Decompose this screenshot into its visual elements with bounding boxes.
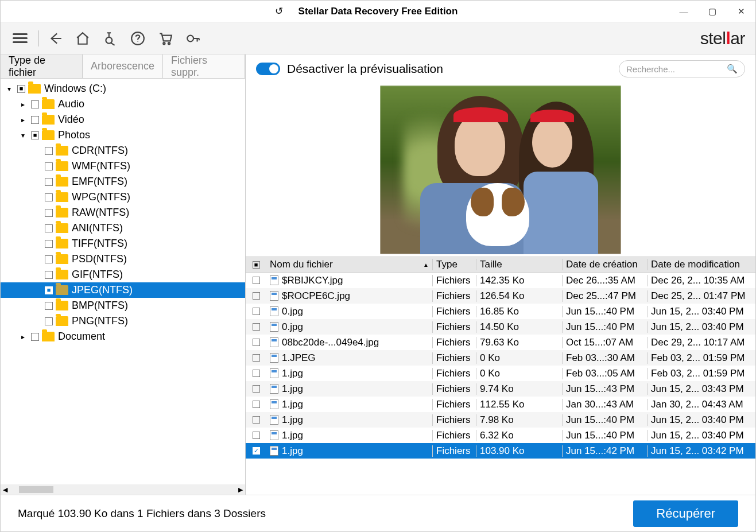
tree-item[interactable]: ▾■Photos [1,127,245,143]
table-row[interactable]: 1.JPEG Fichiers 0 Ko Feb 03...:30 AM Feb… [246,350,755,366]
tree-item[interactable]: BMP(NTFS) [1,298,245,313]
tree-item[interactable]: PSD(NTFS) [1,251,245,267]
search-input[interactable]: Recherche... 🔍 [619,60,745,77]
table-row[interactable]: 1.jpg Fichiers 7.98 Ko Jun 15...:40 PM J… [246,412,755,428]
row-checkbox[interactable] [253,370,260,377]
tree-item[interactable]: WMF(NTFS) [1,158,245,174]
file-icon [270,337,278,347]
menu-button[interactable] [7,26,33,51]
file-icon [270,415,278,425]
tree-item[interactable]: ■JPEG(NTFS) [1,282,245,298]
file-table[interactable]: ■ Nom du fichier▲ Type Taille Date de cr… [246,257,755,495]
select-all-checkbox[interactable]: ■ [253,261,260,269]
tree-item[interactable]: EMF(NTFS) [1,174,245,189]
col-filename[interactable]: Nom du fichier▲ [266,259,433,270]
tab-tree-view[interactable]: Arborescence [83,55,163,78]
table-row[interactable]: 1.jpg Fichiers 112.55 Ko Jan 30...:43 AM… [246,397,755,412]
table-row[interactable]: $ROCPE6C.jpg Fichiers 126.54 Ko Dec 25..… [246,288,755,304]
file-icon [270,430,278,440]
undo-icon: ↺ [275,5,283,17]
maximize-button[interactable]: ▢ [698,1,727,22]
help-button[interactable] [125,26,150,51]
row-checkbox[interactable] [253,385,260,393]
file-icon [270,446,278,456]
tab-file-type[interactable]: Type de fichier [1,55,83,78]
status-text: Marqué 103.90 Ko dans 1 Fichiers dans 3 … [18,507,266,520]
table-row[interactable]: 1.jpg Fichiers 0 Ko Feb 03...:05 AM Feb … [246,366,755,381]
svg-point-3 [168,42,170,44]
recover-button[interactable]: Récupérer [633,500,738,527]
row-checkbox[interactable] [253,432,260,439]
row-checkbox[interactable] [253,339,260,346]
file-icon [270,353,278,363]
deep-scan-button[interactable] [98,26,123,51]
preview-toggle-label: Désactiver la prévisualisation [287,62,443,76]
search-icon: 🔍 [727,64,738,74]
tree-item[interactable]: ▸Vidéo [1,112,245,127]
table-row[interactable]: 0.jpg Fichiers 14.50 Ko Jun 15...:40 PM … [246,319,755,335]
tree-item[interactable]: ▾■Windows (C:) [1,81,245,96]
table-row[interactable]: $RBIJKCY.jpg Fichiers 142.35 Ko Dec 26..… [246,273,755,288]
home-button[interactable] [70,26,95,51]
table-row[interactable]: 1.jpg Fichiers 9.74 Ko Jun 15...:43 PM J… [246,381,755,397]
row-checkbox[interactable] [253,277,260,284]
row-checkbox[interactable] [253,416,260,424]
svg-point-2 [163,42,165,44]
table-header: ■ Nom du fichier▲ Type Taille Date de cr… [246,257,755,273]
tree-item[interactable]: WPG(NTFS) [1,189,245,205]
window-title: Stellar Data Recovery Free Edition [298,6,458,17]
file-icon [270,399,278,409]
file-icon [270,322,278,332]
row-checkbox[interactable] [253,447,260,455]
tab-deleted[interactable]: Fichiers suppr. [163,55,245,78]
table-row[interactable]: 1.jpg Fichiers 103.90 Ko Jun 15...:42 PM… [246,443,755,459]
back-button[interactable] [42,26,68,51]
cart-button[interactable] [153,26,178,51]
table-row[interactable]: 08bc20de-...049e4.jpg Fichiers 79.63 Ko … [246,335,755,350]
horizontal-scrollbar[interactable]: ◀▶ [1,484,245,495]
search-placeholder: Recherche... [626,64,727,74]
table-row[interactable]: 1.jpg Fichiers 6.32 Ko Jun 15...:40 PM J… [246,428,755,443]
tree-item[interactable]: GIF(NTFS) [1,267,245,282]
file-icon [270,275,278,285]
titlebar: ↺ Stellar Data Recovery Free Edition — ▢… [1,1,755,22]
file-icon [270,306,278,316]
file-icon [270,291,278,301]
toolbar: stellar [1,22,755,55]
tree-item[interactable]: RAW(NTFS) [1,205,245,220]
brand-logo: stellar [700,29,745,48]
col-size[interactable]: Taille [476,259,563,270]
minimize-button[interactable]: — [669,1,698,22]
file-icon [270,384,278,394]
file-icon [270,368,278,378]
row-checkbox[interactable] [253,308,260,315]
col-modified[interactable]: Date de modification [648,259,755,270]
row-checkbox[interactable] [253,292,260,300]
tree-item[interactable]: CDR(NTFS) [1,143,245,158]
col-created[interactable]: Date de création [563,259,648,270]
close-button[interactable]: ✕ [727,1,755,22]
row-checkbox[interactable] [253,323,260,331]
preview-toggle[interactable] [256,63,280,75]
activate-button[interactable] [180,26,206,51]
preview-image [246,83,755,257]
tree-item[interactable]: ANI(NTFS) [1,220,245,236]
folder-tree[interactable]: ▾■Windows (C:)▸Audio▸Vidéo▾■PhotosCDR(NT… [1,79,245,484]
tree-item[interactable]: TIFF(NTFS) [1,236,245,251]
tree-item[interactable]: PNG(NTFS) [1,313,245,329]
row-checkbox[interactable] [253,354,260,362]
col-type[interactable]: Type [433,259,476,270]
row-checkbox[interactable] [253,401,260,408]
tree-item[interactable]: ▸Audio [1,96,245,112]
tree-item[interactable]: ▸Document [1,329,245,344]
svg-point-4 [187,35,193,41]
table-row[interactable]: 0.jpg Fichiers 16.85 Ko Jun 15...:40 PM … [246,304,755,319]
